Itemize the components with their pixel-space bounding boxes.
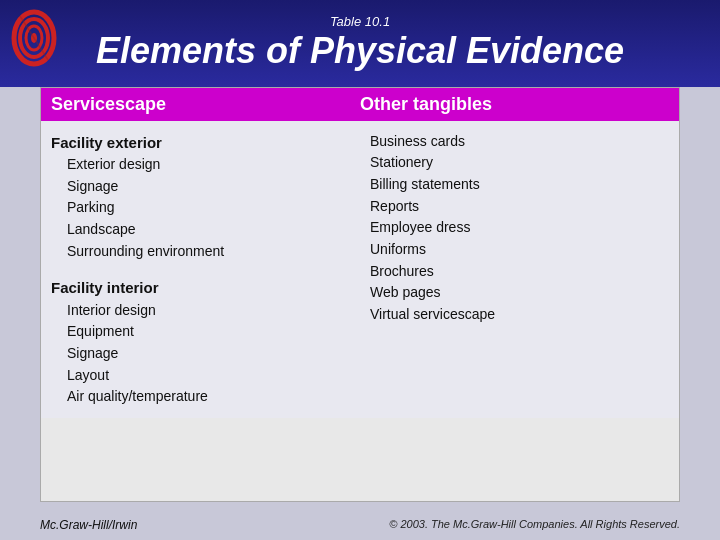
list-item: Signage (51, 343, 350, 365)
list-item: Equipment (51, 321, 350, 343)
footer-left: Mc.Graw-Hill/Irwin (40, 518, 137, 532)
table-body: Facility exterior Exterior design Signag… (41, 121, 679, 418)
table-header-row: Servicescape Other tangibles (41, 88, 679, 121)
list-item: Business cards (370, 131, 669, 153)
slide: Table 10.1 Elements of Physical Evidence… (0, 0, 720, 540)
list-item: Web pages (370, 282, 669, 304)
spiral-decoration (10, 8, 58, 68)
list-item: Exterior design (51, 154, 350, 176)
col1-section1-title: Facility exterior (51, 131, 350, 154)
table-container: Servicescape Other tangibles Facility ex… (40, 87, 680, 502)
table-number: Table 10.1 (20, 14, 700, 29)
footer-right: © 2003. The Mc.Graw-Hill Companies. All … (389, 518, 680, 532)
list-item: Reports (370, 196, 669, 218)
list-item: Interior design (51, 300, 350, 322)
content-area: Servicescape Other tangibles Facility ex… (0, 87, 720, 512)
col-right: Business cards Stationery Billing statem… (370, 131, 669, 408)
list-item: Air quality/temperature (51, 386, 350, 408)
col2-header: Other tangibles (360, 94, 669, 115)
col1-header: Servicescape (51, 94, 360, 115)
list-item: Stationery (370, 152, 669, 174)
main-title: Elements of Physical Evidence (20, 31, 700, 71)
list-item: Brochures (370, 261, 669, 283)
col-left: Facility exterior Exterior design Signag… (51, 131, 350, 408)
footer: Mc.Graw-Hill/Irwin © 2003. The Mc.Graw-H… (0, 512, 720, 540)
list-item: Layout (51, 365, 350, 387)
list-item: Signage (51, 176, 350, 198)
list-item: Virtual servicescape (370, 304, 669, 326)
list-item: Employee dress (370, 217, 669, 239)
col1-section2-title: Facility interior (51, 276, 350, 299)
list-item: Billing statements (370, 174, 669, 196)
header: Table 10.1 Elements of Physical Evidence (0, 0, 720, 87)
list-item: Parking (51, 197, 350, 219)
list-item: Surrounding environment (51, 241, 350, 263)
list-item: Landscape (51, 219, 350, 241)
list-item: Uniforms (370, 239, 669, 261)
